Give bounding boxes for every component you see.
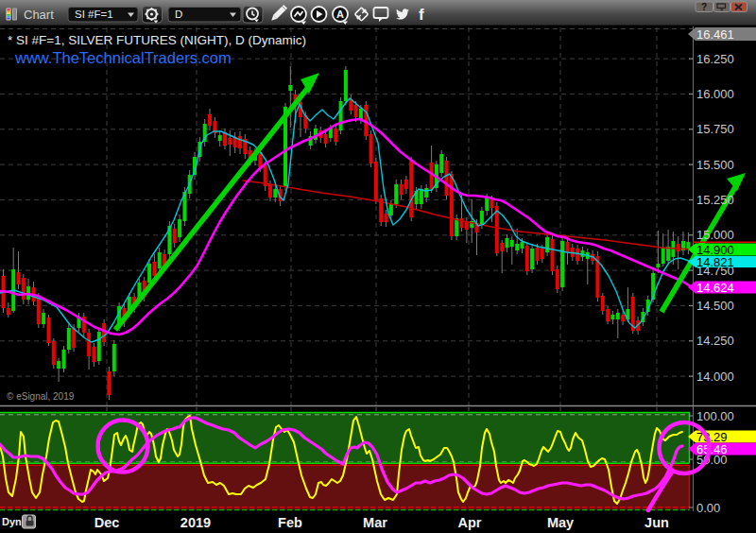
svg-text:Jun: Jun (644, 515, 669, 530)
svg-text:Apr: Apr (458, 515, 482, 530)
svg-text:14.000: 14.000 (696, 370, 734, 384)
svg-text:16.000: 16.000 (696, 87, 734, 101)
svg-text:* SI #F=1, SILVER FUTURES (NIG: * SI #F=1, SILVER FUTURES (NIGHT), D (Dy… (8, 33, 306, 47)
svg-text:A: A (336, 9, 344, 20)
svg-text:Dec: Dec (94, 515, 120, 530)
svg-text:Chart: Chart (24, 8, 54, 22)
svg-text:16.250: 16.250 (696, 52, 734, 66)
svg-text:May: May (547, 515, 574, 530)
svg-text:14.250: 14.250 (696, 334, 734, 348)
svg-text:Feb: Feb (278, 515, 302, 530)
svg-text:f: f (419, 6, 424, 24)
svg-text:15.750: 15.750 (696, 122, 734, 136)
svg-text:15.000: 15.000 (696, 228, 734, 242)
svg-text:14.500: 14.500 (696, 299, 734, 313)
svg-text:D: D (175, 9, 182, 20)
svg-text:15.500: 15.500 (696, 158, 734, 172)
svg-text:0.00: 0.00 (696, 501, 720, 515)
svg-text:Mar: Mar (363, 515, 387, 530)
svg-text:SI #F=1: SI #F=1 (75, 9, 113, 20)
svg-text:© eSignal, 2019: © eSignal, 2019 (7, 391, 75, 402)
svg-text:16.461: 16.461 (696, 27, 734, 42)
svg-text:14.624: 14.624 (696, 281, 734, 295)
svg-text:14.821: 14.821 (696, 255, 734, 269)
svg-text:www.TheTechnicalTraders.com: www.TheTechnicalTraders.com (14, 49, 232, 66)
svg-text:65.46: 65.46 (696, 442, 728, 456)
svg-text:Dyn: Dyn (2, 516, 22, 527)
svg-text:?: ? (701, 2, 707, 12)
svg-text:2019: 2019 (180, 515, 211, 530)
svg-text:100.00: 100.00 (696, 409, 734, 423)
svg-text:15.250: 15.250 (696, 193, 734, 207)
